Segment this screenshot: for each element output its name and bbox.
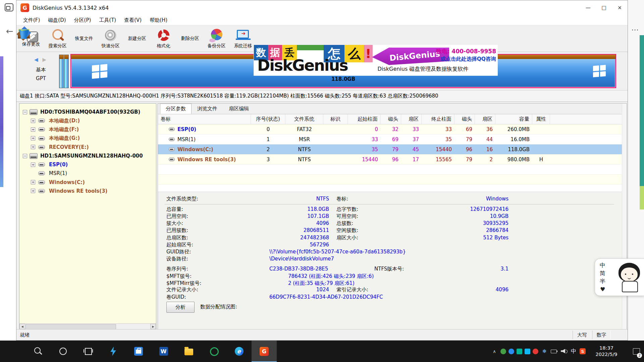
menu-item-4[interactable]: 查看(V) — [120, 16, 146, 24]
cortana-icon — [58, 347, 68, 356]
titlebar[interactable]: G DiskGenius V5.4.3.1342 x64 — □ × — [16, 0, 628, 15]
taskbar-search[interactable] — [25, 341, 50, 362]
more-options-icon[interactable]: ⋯ — [631, 25, 639, 34]
tab-扇区编辑[interactable]: 扇区编辑 — [223, 104, 255, 114]
collapse-icon[interactable]: − — [23, 154, 27, 158]
partition-bar-msr[interactable] — [64, 55, 69, 88]
tree-item-MSR(1)[interactable]: MSR(1) — [19, 169, 156, 178]
taskbar-store[interactable] — [126, 341, 151, 362]
tray-blue-icon[interactable] — [508, 349, 514, 354]
speaker-icon[interactable] — [560, 348, 568, 355]
tree-item-Windows RE tools(3)[interactable]: +Windows RE tools(3) — [19, 187, 156, 195]
expand-icon[interactable]: + — [31, 136, 35, 140]
menu-item-5[interactable]: 帮助(H) — [146, 16, 171, 24]
column-header-容量[interactable]: 容量 — [495, 114, 532, 124]
scroll-right-icon[interactable]: ▶ — [150, 324, 156, 329]
column-header-序号(状态)[interactable]: 序号(状态) — [251, 114, 285, 124]
menu-item-2[interactable]: 分区(P) — [70, 16, 95, 24]
toolbar-button-new[interactable]: 新建分区 — [124, 25, 150, 52]
input-method-widget[interactable]: 中简半♥ — [595, 258, 644, 296]
scroll-left-icon[interactable]: ◀ — [19, 324, 25, 329]
taskbar-task-view[interactable] — [75, 341, 101, 362]
tree-item-Windows(C:)[interactable]: +Windows(C:) — [19, 178, 156, 187]
toolbar-label: 删除分区 — [181, 36, 199, 42]
window-restore-icon[interactable] — [5, 3, 13, 11]
expand-icon[interactable]: + — [31, 145, 35, 149]
table-row-Windows RE tools(3)[interactable]: Windows RE tools(3)3NTFS1544096171556579… — [158, 155, 627, 165]
tree-item-本地磁盘(G:)[interactable]: +本地磁盘(G:) — [19, 134, 156, 143]
column-header-磁头[interactable]: 磁头 — [454, 114, 475, 124]
close-button[interactable]: × — [612, 0, 628, 15]
expand-icon[interactable]: + — [31, 189, 35, 193]
taskbar-diskgenius[interactable]: G — [252, 341, 277, 362]
tab-分区参数[interactable]: 分区参数 — [160, 104, 192, 114]
taskbar-start[interactable] — [0, 341, 25, 362]
tree-item-本地磁盘(F:)[interactable]: +本地磁盘(F:) — [19, 125, 156, 134]
expand-icon[interactable]: + — [31, 180, 35, 184]
partition-bar-esp[interactable] — [59, 55, 64, 88]
tree-item-ESP(0)[interactable]: +ESP(0) — [19, 160, 156, 169]
collapse-icon[interactable]: − — [23, 110, 27, 114]
taskbar-clock[interactable]: 18:37 2022/5/9 — [589, 345, 624, 358]
ad-banner[interactable]: 数据丢怎么! DiskGenius DiskGenius 致电: 400-008… — [254, 45, 498, 76]
tray-teal-icon[interactable] — [517, 349, 522, 354]
column-header-终止柱面[interactable]: 终止柱面 — [422, 114, 454, 124]
menu-item-0[interactable]: 文件(F) — [19, 16, 44, 24]
taskbar-word[interactable]: W — [151, 341, 176, 362]
tray-qq-icon[interactable] — [525, 349, 530, 354]
toolbar-button-backup[interactable]: 备份分区 — [203, 25, 230, 52]
toolbar-button-search[interactable]: 搜索分区 — [44, 25, 71, 52]
toolbar-button-recover[interactable]: 恢复文件 — [71, 25, 97, 52]
taskbar-cortana[interactable] — [50, 341, 75, 362]
sogou-icon[interactable]: S — [580, 348, 586, 354]
column-header-文件系统[interactable]: 文件系统 — [285, 114, 323, 124]
table-row-ESP(0)[interactable]: ESP(0)0FAT3203233336936260.0MB — [158, 124, 627, 134]
hidden-icons-chevron-icon[interactable]: ∧ — [491, 348, 498, 355]
cell: 96 — [381, 155, 401, 164]
tray-green-icon[interactable] — [500, 349, 506, 354]
column-header-属性[interactable]: 属性 — [532, 114, 550, 124]
analyze-button[interactable]: 分析 — [166, 302, 195, 313]
column-header-磁头[interactable]: 磁头 — [381, 114, 401, 124]
toolbar-button-migrate[interactable]: 系统迁移 — [230, 25, 256, 52]
minimize-button[interactable]: — — [580, 0, 596, 15]
taskbar-edge[interactable]: e — [226, 341, 252, 362]
widget-char: 半 — [600, 278, 605, 285]
battery-icon[interactable] — [550, 348, 558, 355]
tree-item-RECOVERY(E:)[interactable]: +RECOVERY(E:) — [19, 143, 156, 152]
taskbar-file-explorer[interactable] — [176, 341, 201, 362]
toolbar-button-format[interactable]: 格式化 — [150, 25, 177, 52]
expand-icon[interactable]: + — [31, 119, 35, 123]
disk-prev-icon[interactable]: ◀ — [34, 57, 40, 63]
taskbar-green-browser[interactable] — [201, 341, 226, 362]
back-arrow-icon[interactable]: ← — [6, 26, 13, 36]
maximize-button[interactable]: □ — [596, 0, 612, 15]
tab-浏览文件[interactable]: 浏览文件 — [192, 104, 223, 114]
column-header-标识[interactable]: 标识 — [323, 114, 348, 124]
disk-tree-panel: −HD0:TOSHIBAMQ04ABF100(932GB)+本地磁盘(D:)+本… — [19, 103, 156, 329]
expand-icon[interactable]: + — [31, 163, 35, 167]
column-header-卷标[interactable]: 卷标 — [158, 114, 251, 124]
ad-qq-link[interactable]: 或点击此处选择QQ咨询 — [422, 56, 496, 63]
column-header-扇区[interactable]: 扇区 — [401, 114, 422, 124]
column-header-扇区[interactable]: 扇区 — [475, 114, 495, 124]
menu-item-1[interactable]: 磁盘(D) — [44, 16, 70, 24]
toolbar-button-quick[interactable]: 快速分区 — [97, 25, 124, 52]
tree-item-HD1:SAMSUNGMZNLN128HAHQ-000[interactable]: −HD1:SAMSUNGMZNLN128HAHQ-000 — [19, 152, 156, 160]
taskbar-thunder[interactable] — [101, 341, 126, 362]
menu-item-3[interactable]: 工具(T) — [95, 16, 120, 24]
expand-icon[interactable]: + — [31, 127, 35, 132]
input-mode-icon[interactable]: 中 — [570, 348, 577, 355]
tree-horizontal-scrollbar[interactable]: ◀ ▶ — [19, 323, 156, 329]
table-row-Windows(C:)[interactable]: Windows(C:)2NTFS357945154409616118.0GB — [158, 144, 627, 155]
disk-next-icon[interactable]: ▶ — [42, 57, 48, 63]
tree-item-本地磁盘(D:)[interactable]: +本地磁盘(D:) — [19, 116, 156, 125]
column-header-起始柱面[interactable]: 起始柱面 — [348, 114, 381, 124]
tray-snowflake-icon[interactable]: ❄ — [541, 348, 548, 355]
tray-red-icon[interactable] — [533, 349, 538, 354]
table-row-MSR(1)[interactable]: MSR(1)1MSR33693735794416.0MB — [158, 134, 627, 144]
scrollbar-thumb[interactable] — [25, 324, 116, 329]
toolbar-button-delete[interactable]: 删除分区 — [177, 25, 203, 52]
action-center-button[interactable]: 2 — [629, 341, 644, 362]
tree-item-HD0:TOSHIBAMQ04ABF100(932GB)[interactable]: −HD0:TOSHIBAMQ04ABF100(932GB) — [19, 108, 156, 116]
